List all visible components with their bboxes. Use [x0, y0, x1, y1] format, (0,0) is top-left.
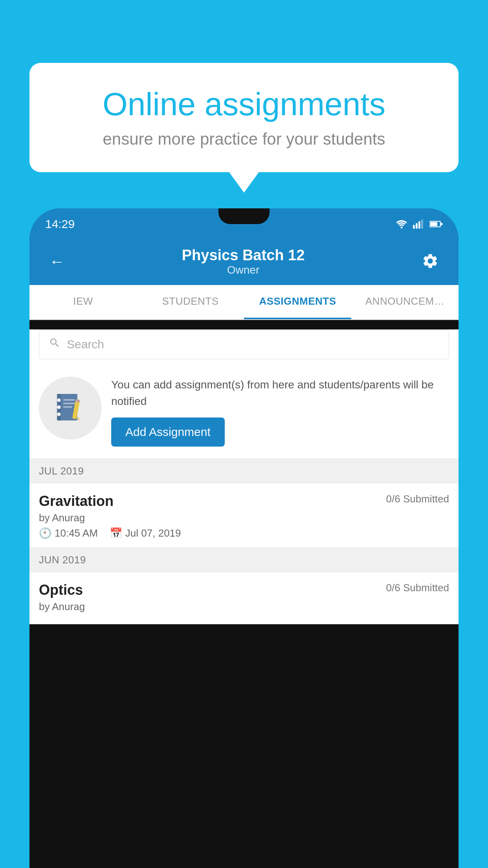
svg-rect-14	[63, 403, 75, 404]
assignment-submitted: 0/6 Submitted	[386, 493, 449, 505]
svg-point-11	[57, 405, 61, 409]
speech-bubble-card: Online assignments ensure more practice …	[29, 63, 459, 172]
header-center: Physics Batch 12 Owner	[182, 247, 305, 276]
batch-subtitle: Owner	[182, 264, 305, 276]
status-icons	[396, 219, 443, 229]
tab-assignments[interactable]: ASSIGNMENTS	[244, 285, 351, 319]
promo-text-area: You can add assignment(s) from here and …	[111, 377, 449, 447]
clock-icon: 🕙	[39, 527, 51, 539]
search-icon	[49, 337, 61, 352]
status-bar: 14:29	[29, 208, 459, 240]
calendar-icon: 📅	[110, 527, 122, 539]
assignment-name-optics: Optics	[39, 582, 83, 598]
tab-iew[interactable]: IEW	[29, 285, 137, 319]
add-assignment-button[interactable]: Add Assignment	[111, 417, 225, 447]
promo-icon-circle	[39, 377, 102, 440]
assignment-submitted-optics: 0/6 Submitted	[386, 582, 449, 594]
svg-rect-6	[430, 222, 437, 226]
svg-rect-2	[416, 223, 418, 229]
back-button[interactable]: ←	[45, 249, 69, 274]
speech-bubble-subtitle: ensure more practice for your students	[57, 130, 431, 149]
status-time: 14:29	[45, 217, 75, 231]
assignment-time-text: 10:45 AM	[55, 527, 98, 539]
notebook-icon	[53, 390, 88, 426]
assignment-meta: 🕙 10:45 AM 📅 Jul 07, 2019	[39, 527, 449, 539]
assignment-time: 🕙 10:45 AM	[39, 527, 98, 539]
phone-frame: 14:29 ←	[29, 208, 459, 868]
svg-point-10	[57, 398, 61, 402]
phone-notch	[218, 208, 270, 224]
promo-description: You can add assignment(s) from here and …	[111, 377, 449, 410]
search-bar[interactable]: Search	[39, 329, 449, 359]
svg-rect-1	[413, 225, 415, 228]
tab-students[interactable]: STUDENTS	[137, 285, 244, 319]
tabs-bar: IEW STUDENTS ASSIGNMENTS ANNOUNCEM…	[29, 285, 459, 320]
settings-button[interactable]	[418, 248, 443, 275]
svg-rect-4	[421, 219, 423, 228]
section-header-jun: JUN 2019	[29, 548, 459, 572]
svg-rect-13	[63, 399, 75, 401]
svg-rect-15	[63, 406, 72, 408]
assignment-date-text: Jul 07, 2019	[125, 527, 181, 539]
assignment-item-gravitation[interactable]: Gravitation 0/6 Submitted by Anurag 🕙 10…	[29, 484, 459, 548]
assignment-name: Gravitation	[39, 493, 114, 509]
signal-icon	[413, 219, 424, 229]
app-header: ← Physics Batch 12 Owner	[29, 240, 459, 285]
svg-point-12	[57, 412, 61, 416]
svg-rect-7	[441, 223, 442, 225]
promo-area: You can add assignment(s) from here and …	[29, 369, 459, 459]
assignment-by: by Anurag	[39, 512, 449, 524]
assignment-by-optics: by Anurag	[39, 601, 449, 613]
svg-rect-3	[418, 221, 420, 229]
section-header-jul: JUL 2019	[29, 459, 459, 484]
batch-title: Physics Batch 12	[182, 247, 305, 264]
wifi-icon	[396, 219, 407, 229]
assignment-item-optics[interactable]: Optics 0/6 Submitted by Anurag	[29, 572, 459, 624]
search-placeholder: Search	[67, 338, 104, 351]
tab-announcements[interactable]: ANNOUNCEM…	[351, 285, 459, 319]
gear-icon	[422, 252, 439, 270]
assignment-date: 📅 Jul 07, 2019	[110, 527, 181, 539]
svg-point-0	[401, 226, 403, 228]
phone-screen: Search	[29, 329, 459, 624]
battery-icon	[429, 219, 443, 229]
speech-bubble-title: Online assignments	[57, 86, 431, 122]
